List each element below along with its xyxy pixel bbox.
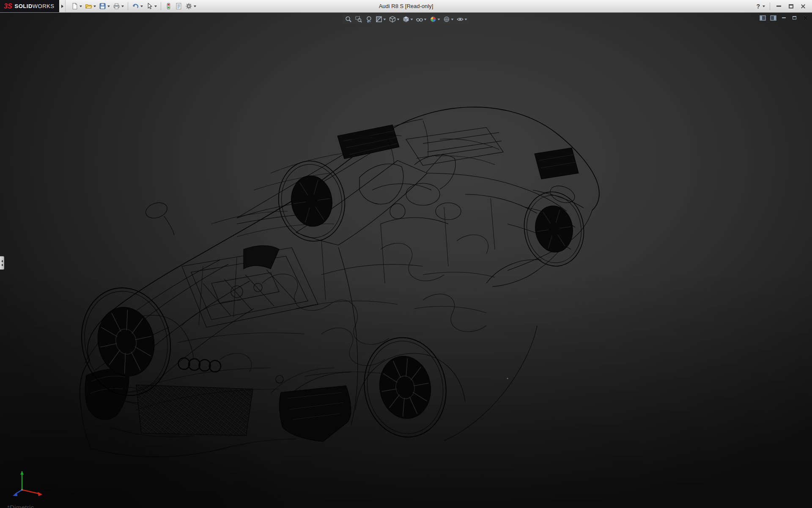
maximize-button[interactable] [787,3,795,10]
toolbar-separator [161,2,161,10]
car-wireframe [72,107,599,457]
document-minimize-button[interactable] [780,14,788,21]
select-button[interactable] [145,1,158,11]
chevron-down-icon [80,6,82,7]
chevron-right-icon [61,5,63,8]
close-x-icon [803,16,807,20]
apply-scene-button[interactable] [442,15,455,23]
document-properties-icon [175,3,182,10]
highlight-speck [507,378,508,379]
orientation-triad[interactable] [3,462,50,502]
wireframe-cube-icon [389,16,396,23]
pane-preview-right-button[interactable] [769,14,777,21]
previous-view-button[interactable] [365,15,373,23]
help-label: ? [756,3,760,10]
wheel-rear-right [519,188,588,270]
color-ball-icon [430,16,437,23]
zoom-to-area-button[interactable] [354,15,363,23]
chevron-down-icon [140,6,143,7]
dassault-3ds-icon: 3S [4,3,12,10]
chevron-left-icon [1,264,3,266]
chevron-down-icon [93,6,96,7]
undo-arrow-icon [132,3,139,10]
toolbar-separator [128,2,128,10]
file-properties-button[interactable] [174,1,184,11]
window-controls: ? [756,3,812,10]
document-restore-button[interactable] [790,14,798,21]
minimize-icon [776,6,781,7]
view-orientation-label: *Dimetric [7,504,34,508]
maximize-icon [789,4,793,8]
eyeglasses-icon [416,16,423,23]
help-button[interactable]: ? [756,3,765,10]
minimize-icon [782,17,786,18]
chevron-down-icon [411,19,413,20]
chevron-down-icon [121,6,124,7]
wheel-rear-left [357,331,454,444]
eye-icon [457,16,464,23]
hide-show-items-button[interactable] [415,15,428,23]
cursor-arrow-icon [146,3,153,10]
save-button[interactable] [98,1,111,11]
display-style-button[interactable] [402,15,414,23]
new-document-button[interactable] [70,1,83,11]
main-toolbar [66,1,198,11]
magnifier-back-arrow-icon [365,16,373,23]
undo-button[interactable] [131,1,144,11]
section-cut-icon [376,16,383,23]
brand-name-light: WORKS [33,3,55,9]
chevron-down-icon [438,19,440,20]
wheel-front-right [274,157,350,246]
chevron-down-icon [465,19,467,20]
close-button[interactable] [799,3,807,10]
menu-flyout-arrow[interactable] [59,0,66,12]
chevron-down-icon [397,19,400,20]
view-orientation-button[interactable] [388,15,401,23]
chevron-down-icon [107,6,110,7]
chevron-down-icon [451,19,454,20]
document-close-button[interactable] [801,14,809,21]
chevron-left-icon [1,260,3,262]
toolbar-separator [770,3,770,10]
chevron-down-icon [154,6,157,7]
magnifier-area-icon [355,16,362,23]
close-icon [801,4,806,9]
options-button[interactable] [184,1,198,11]
edit-appearance-button[interactable] [429,15,441,23]
printer-icon [113,3,120,10]
gear-icon [185,3,192,10]
heads-up-toolbar [343,15,470,24]
new-document-icon [71,3,78,10]
solidworks-logo: 3S SOLIDWORKS [0,0,59,12]
feature-panel-splitter[interactable] [0,256,4,270]
shaded-cube-icon [403,16,410,23]
pane-preview-left-button[interactable] [759,14,767,21]
print-button[interactable] [112,1,125,11]
graphics-viewport[interactable]: *Dimetric [0,12,812,508]
scene-sphere-icon [443,16,450,23]
document-window-controls [759,14,809,21]
rebuild-button[interactable] [164,1,173,11]
open-folder-icon [85,3,92,10]
magnifier-icon [345,16,352,23]
view-settings-button[interactable] [456,15,468,23]
model-canvas [0,12,812,508]
zoom-to-fit-button[interactable] [344,15,353,23]
brand-name: SOLIDWORKS [15,3,55,9]
floppy-disk-icon [99,3,106,10]
window-title: Audi R8 S [Read-only] [379,3,433,9]
open-document-button[interactable] [84,1,97,11]
window-pane-icon [760,15,766,21]
chevron-down-icon [384,19,386,20]
chevron-down-icon [194,6,196,7]
brand-name-bold: SOLID [15,3,33,9]
title-bar: 3S SOLIDWORKS [0,0,812,13]
chevron-down-icon [424,19,427,20]
window-pane-alt-icon [770,15,776,21]
rebuild-traffic-light-icon [165,3,172,10]
section-view-button[interactable] [375,15,387,23]
minimize-button[interactable] [775,3,782,10]
chevron-down-icon [763,6,765,7]
restore-icon [793,16,796,19]
